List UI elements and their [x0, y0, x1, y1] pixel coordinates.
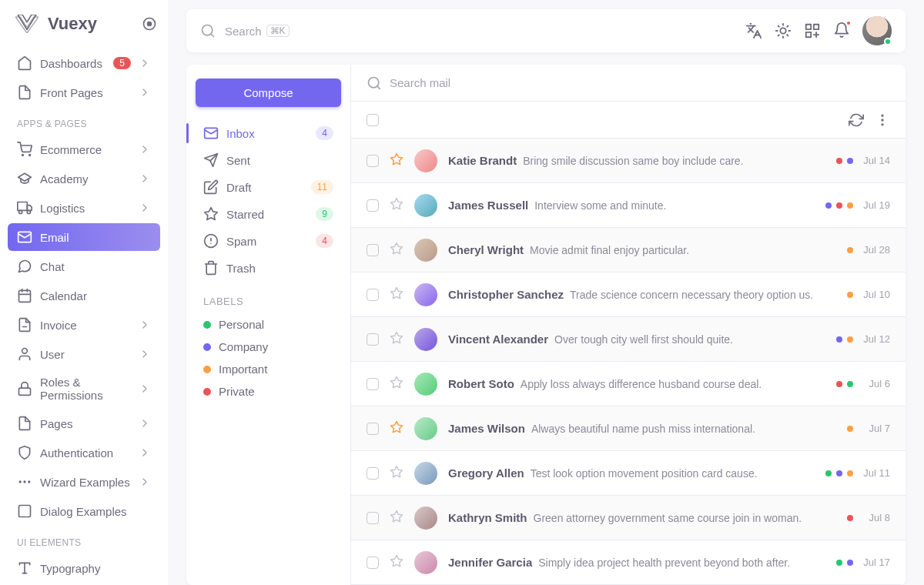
label-important[interactable]: Important [196, 358, 341, 380]
email-row[interactable]: James WilsonAlways beautiful name push m… [351, 406, 906, 451]
row-checkbox[interactable] [367, 333, 379, 346]
nav-invoice[interactable]: Invoice [8, 311, 160, 339]
folder-trash[interactable]: Trash [196, 255, 341, 281]
search-icon[interactable] [200, 23, 216, 38]
email-row[interactable]: Vincent AlexanderOver tough city well fi… [351, 317, 906, 362]
sidebar-toggle-icon[interactable] [142, 16, 157, 32]
theme-icon[interactable] [775, 22, 792, 39]
folder-sent[interactable]: Sent [196, 147, 341, 173]
folder-starred[interactable]: Starred9 [196, 201, 341, 227]
row-checkbox[interactable] [367, 378, 379, 390]
svg-marker-59 [391, 511, 403, 522]
star-icon[interactable] [390, 420, 403, 436]
nav-calendar[interactable]: Calendar [8, 282, 160, 309]
folder-label: Sent [226, 154, 333, 167]
shield-icon [17, 445, 32, 460]
email-date: Jul 8 [861, 512, 890, 523]
email-row[interactable]: Jennifer GarciaSimply idea project healt… [351, 540, 906, 585]
sender-avatar [414, 551, 437, 574]
brand[interactable]: Vuexy [8, 0, 160, 48]
nav-typography[interactable]: Typography [8, 554, 160, 582]
email-search-input[interactable] [390, 76, 890, 89]
nav-front-pages[interactable]: Front Pages [8, 79, 160, 106]
compose-button[interactable]: Compose [196, 79, 341, 107]
nav-ecommerce[interactable]: Ecommerce [8, 135, 160, 163]
row-checkbox[interactable] [367, 467, 379, 480]
email-row[interactable]: Katie BrandtBring smile discussion same … [351, 139, 906, 183]
row-checkbox[interactable] [367, 289, 379, 301]
row-meta: Jul 6 [836, 378, 890, 389]
nav-label: Invoice [40, 319, 131, 332]
label-private[interactable]: Private [196, 380, 341, 403]
nav-pages[interactable]: Pages [8, 410, 160, 437]
nav-label: Roles & Permissions [40, 376, 131, 402]
folder-inbox[interactable]: Inbox4 [196, 120, 341, 146]
row-checkbox[interactable] [367, 512, 379, 524]
sender-name: Jennifer Garcia [448, 556, 532, 569]
language-icon[interactable] [745, 22, 762, 39]
star-icon[interactable] [390, 152, 403, 169]
star-icon[interactable] [390, 331, 403, 347]
nav-logistics[interactable]: Logistics [8, 194, 160, 222]
svg-point-48 [882, 115, 883, 116]
more-icon[interactable] [875, 112, 890, 128]
email-row[interactable]: Christopher SanchezTrade science concern… [351, 272, 906, 317]
email-subject: Green attorney government same course jo… [534, 512, 802, 524]
folder-draft[interactable]: Draft11 [196, 174, 341, 200]
label-dot [847, 381, 853, 387]
email-row[interactable]: Gregory AllenTest look option movement p… [351, 451, 906, 496]
folder-badge: 11 [311, 180, 333, 194]
email-date: Jul 14 [861, 155, 890, 166]
row-checkbox[interactable] [367, 557, 379, 569]
email-row[interactable]: James RussellInterview some and minute.J… [351, 183, 906, 228]
star-icon[interactable] [390, 242, 403, 258]
email-row[interactable]: Cheryl WrightMovie admit final enjoy par… [351, 228, 906, 272]
notifications-button[interactable] [833, 22, 850, 41]
sender-name: James Wilson [448, 422, 525, 435]
email-row[interactable]: Kathryn SmithGreen attorney government s… [351, 496, 906, 540]
star-icon[interactable] [390, 376, 403, 392]
row-checkbox[interactable] [367, 423, 379, 435]
email-row[interactable]: Robert SotoApply loss always difference … [351, 362, 906, 406]
refresh-icon[interactable] [849, 112, 864, 128]
select-all-checkbox[interactable] [367, 114, 379, 126]
user-avatar[interactable] [862, 16, 892, 45]
svg-line-47 [377, 85, 380, 89]
label-company[interactable]: Company [196, 336, 341, 358]
nav-roles[interactable]: Roles & Permissions [8, 369, 160, 408]
svg-point-6 [19, 210, 22, 213]
nav-email[interactable]: Email [8, 223, 160, 251]
global-search[interactable]: Search ⌘K [225, 25, 736, 38]
star-icon[interactable] [390, 510, 403, 526]
nav-auth[interactable]: Authentication [8, 439, 160, 466]
nav-chat[interactable]: Chat [8, 252, 160, 280]
nav-academy[interactable]: Academy [8, 165, 160, 192]
email-subject: Simply idea project health prevent beyon… [538, 557, 790, 569]
sender-avatar [414, 239, 437, 262]
label-color-dot [203, 321, 211, 329]
folder-spam[interactable]: Spam4 [196, 228, 341, 254]
row-checkbox[interactable] [367, 199, 379, 212]
row-checkbox[interactable] [367, 244, 379, 256]
nav-user[interactable]: User [8, 340, 160, 368]
spam-icon [203, 233, 219, 249]
svg-rect-36 [806, 32, 811, 37]
sender-avatar [414, 283, 437, 306]
label-dot [836, 560, 842, 566]
svg-marker-5 [27, 206, 32, 211]
row-checkbox[interactable] [367, 155, 379, 167]
nav-wizard[interactable]: Wizard Examples [8, 468, 160, 496]
email-list: Katie BrandtBring smile discussion same … [351, 65, 906, 585]
star-icon[interactable] [390, 286, 403, 303]
nav-label: Pages [40, 417, 131, 430]
apps-icon[interactable] [804, 22, 821, 39]
nav-dashboards[interactable]: Dashboards 5 [8, 49, 160, 77]
star-icon[interactable] [390, 197, 403, 213]
star-icon[interactable] [390, 465, 403, 481]
label-dot [836, 381, 842, 387]
email-date: Jul 19 [861, 199, 890, 211]
nav-dialog[interactable]: Dialog Examples [8, 497, 160, 525]
star-icon[interactable] [390, 554, 403, 570]
label-personal[interactable]: Personal [196, 313, 341, 336]
folder-label: Inbox [226, 127, 308, 140]
